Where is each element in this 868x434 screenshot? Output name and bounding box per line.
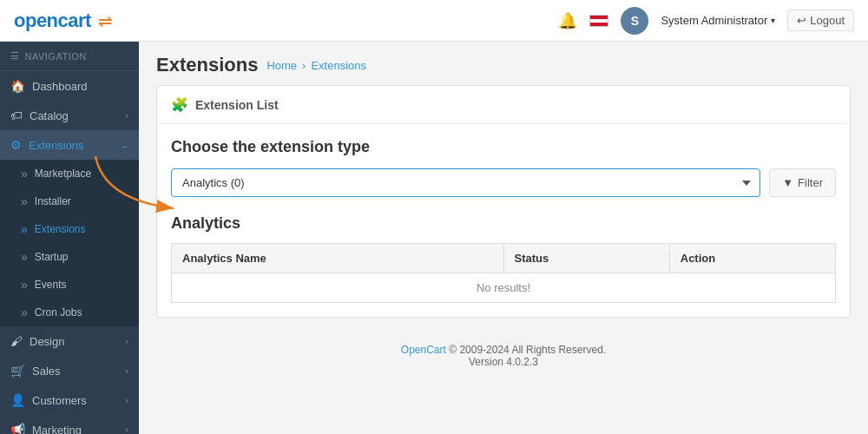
sidebar-item-startup[interactable]: » Startup [0,243,139,271]
logout-button[interactable]: ↩ Logout [787,10,854,31]
startup-dots-icon: » [21,250,28,264]
sidebar-item-extensions-sub[interactable]: » Extensions [0,215,139,243]
col-header-status: Status [503,244,669,273]
select-filter-row: Analytics (0) ▼ Filter [171,168,836,197]
analytics-table: Analytics Name Status Action No results! [171,243,836,303]
dashboard-icon: 🏠 [10,79,25,93]
sidebar-item-marketplace[interactable]: » Marketplace [0,160,139,187]
avatar: S [621,7,648,35]
customers-chevron-icon: › [125,395,128,405]
flag-icon [589,15,608,27]
customers-icon: 👤 [10,393,25,407]
installer-dots-icon: » [21,194,28,208]
footer-version: Version 4.0.2.3 [469,356,538,368]
top-header: opencart ⇌ 🔔 S System Administrator ▾ ↩ … [0,0,868,42]
catalog-icon: 🏷 [10,108,23,122]
sidebar: ☰ NAVIGATION 🏠 Dashboard 🏷 Catalog › ⚙ E… [0,42,139,434]
user-info[interactable]: System Administrator ▾ [661,14,775,27]
sidebar-item-extensions[interactable]: ⚙ Extensions ⌄ [0,130,139,160]
breadcrumb-separator: › [302,59,306,72]
header-right: 🔔 S System Administrator ▾ ↩ Logout [558,7,854,35]
table-header-row: Analytics Name Status Action [172,244,836,273]
extension-type-select[interactable]: Analytics (0) [171,168,760,197]
cron-jobs-dots-icon: » [21,306,28,319]
sidebar-item-marketing[interactable]: 📢 Marketing › [0,415,139,434]
user-dropdown-icon: ▾ [771,16,775,25]
sidebar-item-catalog[interactable]: 🏷 Catalog › [0,101,139,130]
filter-icon: ▼ [782,176,793,189]
card-body: Choose the extension type Analytics (0) … [157,124,850,317]
table-row: No results! [172,273,836,303]
sales-chevron-icon: › [125,365,128,376]
col-header-action: Action [669,244,835,273]
breadcrumb: Home › Extensions [266,59,366,72]
marketing-chevron-icon: › [125,424,128,434]
sales-icon: 🛒 [10,364,25,378]
design-chevron-icon: › [125,336,128,346]
body-wrap: ☰ NAVIGATION 🏠 Dashboard 🏷 Catalog › ⚙ E… [0,42,868,434]
puzzle-icon: 🧩 [171,96,188,113]
events-dots-icon: » [21,278,28,292]
page-header: Extensions Home › Extensions [139,42,868,85]
user-name: System Administrator [661,14,767,27]
col-header-name: Analytics Name [172,244,504,273]
sidebar-item-installer[interactable]: » Installer [0,187,139,215]
logo-cart-icon: ⇌ [98,10,113,31]
nav-header: ☰ NAVIGATION [0,42,139,71]
sidebar-item-dashboard[interactable]: 🏠 Dashboard [0,71,139,101]
logo-text: opencart [14,10,91,32]
bell-icon[interactable]: 🔔 [558,11,577,30]
sidebar-item-sales[interactable]: 🛒 Sales › [0,356,139,385]
sidebar-item-design[interactable]: 🖌 Design › [0,326,139,356]
extensions-submenu: » Marketplace » Installer » Extensions »… [0,160,139,326]
breadcrumb-home[interactable]: Home [266,59,297,72]
breadcrumb-current[interactable]: Extensions [311,59,366,72]
analytics-section-title: Analytics [171,214,836,233]
extensions-chevron-icon: ⌄ [121,140,128,151]
marketplace-dots-icon: » [21,167,28,181]
card-header-label: Extension List [195,98,279,112]
no-results-cell: No results! [172,273,836,303]
extensions-sub-dots-icon: » [21,222,28,236]
sidebar-item-events[interactable]: » Events [0,271,139,299]
page-title: Extensions [156,54,258,76]
footer-copyright: © 2009-2024 All Rights Reserved. [449,344,606,356]
filter-button[interactable]: ▼ Filter [769,168,836,197]
logo: opencart ⇌ [14,10,113,32]
footer: OpenCart © 2009-2024 All Rights Reserved… [139,332,868,380]
main-content: Extensions Home › Extensions 🧩 Extension… [139,42,868,434]
extension-list-card: 🧩 Extension List Choose the extension ty… [156,85,851,318]
extensions-icon: ⚙ [10,138,22,152]
sidebar-item-cron-jobs[interactable]: » Cron Jobs [0,299,139,326]
sidebar-item-customers[interactable]: 👤 Customers › [0,385,139,415]
choose-extension-title: Choose the extension type [171,138,836,156]
catalog-chevron-icon: › [125,110,128,121]
footer-brand-link[interactable]: OpenCart [401,344,446,356]
marketing-icon: 📢 [10,423,25,434]
design-icon: 🖌 [10,334,23,348]
card-header: 🧩 Extension List [157,86,850,124]
logout-icon: ↩ [797,14,806,27]
